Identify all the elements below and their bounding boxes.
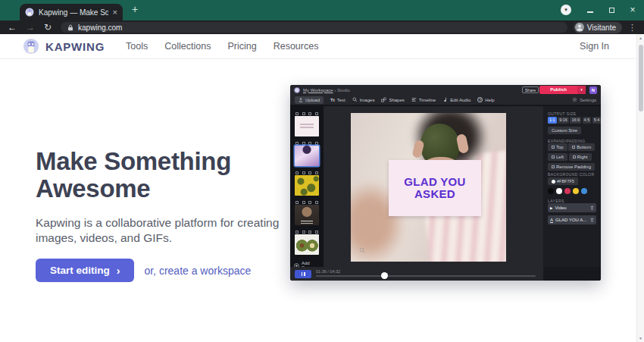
copy-icon bbox=[308, 112, 311, 115]
menu-kebab-icon[interactable]: ⋮ bbox=[628, 23, 636, 33]
layer-text-label: GLAD YOU A... bbox=[555, 218, 586, 222]
browser-tab[interactable]: Kapwing — Make Something Aw × bbox=[20, 4, 123, 20]
text-icon: Tt bbox=[330, 98, 335, 102]
padding-bottom-label: Bottom bbox=[577, 143, 591, 151]
playback-time: 01:36 / 04:32 bbox=[316, 269, 340, 274]
custom-size-row: Custom Size bbox=[548, 127, 581, 134]
duplicate-icon bbox=[302, 171, 305, 174]
trash-icon bbox=[315, 201, 318, 204]
shapes-label: Shapes bbox=[389, 98, 404, 102]
kapwing-favicon bbox=[25, 8, 34, 17]
padding-row-3: Remove Padding bbox=[548, 163, 595, 171]
swatch-white bbox=[556, 188, 562, 194]
tab-close-icon[interactable]: × bbox=[113, 8, 117, 17]
seek-track bbox=[316, 275, 536, 277]
reload-icon[interactable]: ↻ bbox=[44, 22, 52, 33]
scrollbar-thumb[interactable] bbox=[639, 45, 643, 111]
custom-size-button: Custom Size bbox=[548, 127, 581, 134]
edit-audio-label: Edit Audio bbox=[450, 98, 470, 102]
forward-icon[interactable]: → bbox=[26, 22, 35, 33]
watermark-icon bbox=[359, 247, 366, 254]
scene-2-thumbnail bbox=[295, 146, 319, 166]
padding-right-label: Right bbox=[577, 153, 588, 161]
sign-in-link[interactable]: Sign In bbox=[580, 41, 609, 52]
browser-window: Kapwing — Make Something Aw × + ▾ × ← → … bbox=[0, 0, 644, 342]
browser-profile-icon[interactable]: ▾ bbox=[561, 5, 571, 15]
url-text: kapwing.com bbox=[78, 24, 122, 32]
padding-row-2: Left Right bbox=[548, 153, 592, 161]
start-editing-button[interactable]: Start editing › bbox=[36, 259, 134, 282]
swatch-row bbox=[548, 188, 587, 194]
images-label: Images bbox=[360, 98, 375, 102]
size-4-5-button: 4:5 bbox=[583, 117, 592, 124]
nav-resources[interactable]: Resources bbox=[274, 41, 319, 52]
shapes-tool: Shapes bbox=[381, 97, 404, 102]
text-label: Text bbox=[337, 98, 345, 102]
window-close-button[interactable]: × bbox=[627, 5, 638, 14]
studio-breadcrumb: My Workspace › Studio bbox=[303, 88, 350, 93]
scene-4 bbox=[295, 200, 319, 225]
breadcrumb-workspace: My Workspace bbox=[303, 88, 333, 93]
grid-icon bbox=[295, 171, 299, 174]
play-icon: ▶ bbox=[550, 206, 552, 210]
size-5-4-button: 5:4 bbox=[592, 117, 601, 124]
player-bar-right bbox=[543, 267, 601, 281]
create-workspace-link[interactable]: or, create a workspace bbox=[144, 265, 251, 277]
pause-icon bbox=[304, 272, 305, 276]
scene-5-thumbnail bbox=[295, 234, 319, 255]
browser-profile-pill[interactable]: Visitante bbox=[574, 22, 622, 33]
remove-padding-checkbox: Remove Padding bbox=[548, 163, 595, 171]
text-layer-icon: A bbox=[550, 218, 553, 223]
copy-icon bbox=[308, 231, 311, 234]
seek-thumb bbox=[381, 272, 388, 279]
scroll-down-icon[interactable]: ▼ bbox=[637, 336, 644, 340]
scene-4-thumbnail bbox=[295, 205, 319, 225]
help-label: Help bbox=[485, 98, 494, 102]
upload-icon bbox=[299, 98, 303, 102]
remove-padding-label: Remove Padding bbox=[556, 163, 591, 171]
edit-audio-tool: Edit Audio bbox=[442, 97, 470, 102]
text-tool: Tt Text bbox=[330, 98, 345, 102]
studio-user-avatar: N bbox=[589, 86, 597, 94]
size-options: 1:1 9:16 16:9 4:5 5:4 bbox=[548, 117, 601, 124]
padding-right-checkbox: Right bbox=[569, 153, 592, 161]
nav-tools[interactable]: Tools bbox=[126, 41, 148, 52]
background-color-value: #FBF7F5 bbox=[548, 177, 578, 185]
padding-bottom-checkbox: Bottom bbox=[568, 143, 595, 151]
breadcrumb-page: Studio bbox=[337, 88, 350, 93]
text-card: GLAD YOU ASKED bbox=[389, 160, 481, 216]
brand-wordmark[interactable]: KAPWING bbox=[45, 40, 105, 53]
window-minimize-button[interactable] bbox=[585, 5, 596, 14]
studio-logo-icon bbox=[294, 87, 300, 93]
window-maximize-button[interactable] bbox=[606, 5, 617, 14]
shapes-icon bbox=[381, 97, 386, 102]
grid-icon bbox=[295, 142, 299, 145]
images-tool: Images bbox=[352, 97, 375, 102]
scene-5 bbox=[295, 230, 319, 255]
start-editing-label: Start editing bbox=[50, 265, 110, 276]
checkbox-icon bbox=[572, 146, 575, 149]
studio-screenshot: My Workspace › Studio Share Publish ▾ N … bbox=[290, 85, 601, 281]
settings-label: Settings bbox=[580, 98, 596, 102]
address-bar[interactable]: kapwing.com bbox=[61, 22, 567, 33]
kapwing-logo-icon[interactable] bbox=[23, 38, 39, 55]
card-text-line1: GLAD YOU bbox=[404, 176, 465, 188]
duplicate-icon bbox=[302, 142, 305, 145]
scroll-up-icon[interactable]: ▲ bbox=[637, 36, 644, 40]
page-scrollbar[interactable]: ▲ ▼ bbox=[636, 34, 644, 342]
new-tab-button[interactable]: + bbox=[129, 3, 141, 15]
timeline-icon bbox=[411, 97, 417, 102]
checkbox-icon bbox=[552, 165, 555, 168]
layer-video-label: Video bbox=[555, 206, 566, 210]
trash-icon bbox=[590, 206, 594, 210]
search-icon bbox=[352, 97, 358, 102]
main-nav: Tools Collections Pricing Resources bbox=[126, 41, 318, 52]
nav-pricing[interactable]: Pricing bbox=[227, 41, 256, 52]
upload-label: Upload bbox=[305, 98, 320, 102]
checkbox-icon bbox=[573, 155, 576, 158]
back-icon[interactable]: ← bbox=[8, 22, 17, 33]
nav-collections[interactable]: Collections bbox=[164, 41, 211, 52]
minimize-icon bbox=[587, 11, 593, 13]
duplicate-icon bbox=[302, 201, 305, 204]
trash-icon bbox=[590, 218, 594, 222]
